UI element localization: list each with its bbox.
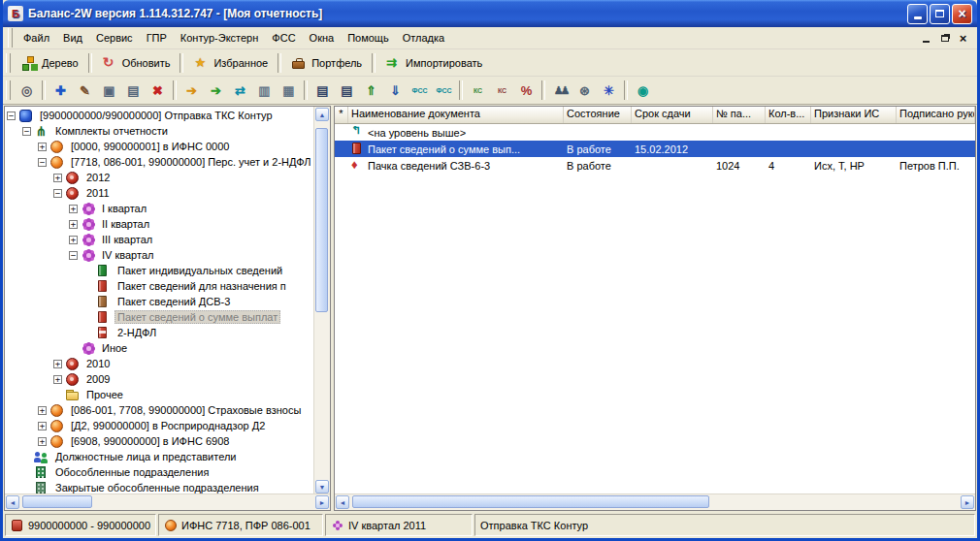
upload-icon[interactable]: ⇑ xyxy=(360,80,382,101)
ks-check-icon[interactable]: КС xyxy=(467,80,489,101)
tree-item[interactable]: +[6908, 990000000] в ИФНС 6908 xyxy=(5,433,314,449)
expand-icon[interactable]: + xyxy=(38,422,47,430)
tree-item[interactable]: +III квартал xyxy=(5,232,314,247)
print-pack-icon[interactable]: ▤ xyxy=(336,80,358,101)
tree-item[interactable]: 2-НДФЛ xyxy=(5,325,314,340)
titlebar[interactable]: Баланс-2W версия 1.114.312.747 - [Моя от… xyxy=(3,0,977,27)
scroll-down-button[interactable] xyxy=(315,480,329,493)
service-icon[interactable]: ✳ xyxy=(598,80,620,101)
tree-item[interactable]: Должностные лица и представители xyxy=(5,449,314,464)
tree-button[interactable]: Дерево xyxy=(15,53,85,73)
tree-item[interactable]: Пакет сведений ДСВ-3 xyxy=(5,294,314,309)
scroll-right-button[interactable] xyxy=(961,495,974,509)
fss-receive-icon[interactable]: ФСС xyxy=(433,80,455,101)
exchange-icon[interactable]: ⇄ xyxy=(229,80,251,101)
settings-icon[interactable]: ⊛ xyxy=(573,80,596,101)
about-icon[interactable]: ◉ xyxy=(632,80,654,101)
tree-item[interactable]: Обособленные подразделения xyxy=(5,464,314,480)
tree-item[interactable]: +I квартал xyxy=(5,201,314,216)
collapse-icon[interactable]: − xyxy=(38,158,47,167)
expand-icon[interactable]: + xyxy=(53,360,62,368)
tree-item[interactable]: Закрытые обособленные подразделения xyxy=(5,480,314,494)
column-header-4[interactable]: Срок сдачи xyxy=(632,107,713,123)
table-row[interactable]: Пачка сведений СЗВ-6-3В работе10244Исх, … xyxy=(335,157,975,174)
download-icon[interactable]: ⇓ xyxy=(384,80,407,101)
tree-item[interactable]: +2010 xyxy=(5,356,314,371)
column-header-2[interactable]: Наименование документа xyxy=(348,107,564,123)
tree-item[interactable]: Прочее xyxy=(5,387,314,402)
expand-icon[interactable]: + xyxy=(69,205,78,213)
menu-item-5[interactable]: Контур-Экстерн xyxy=(174,29,266,47)
receive-document-icon[interactable]: ➔ xyxy=(205,80,227,101)
menu-item-6[interactable]: ФСС xyxy=(265,29,302,47)
mdi-restore-button[interactable] xyxy=(936,31,953,46)
tree-item[interactable]: +[086-001, 7708, 990000000] Страховые вз… xyxy=(5,402,314,418)
expand-icon[interactable]: + xyxy=(69,220,78,229)
menu-item-7[interactable]: Окна xyxy=(303,29,342,47)
scroll-thumb[interactable] xyxy=(22,495,92,508)
employees-icon[interactable]: ♟♟ xyxy=(549,80,572,101)
import-button[interactable]: Импортировать xyxy=(378,53,489,73)
tree-vertical-scrollbar[interactable] xyxy=(313,107,330,494)
scroll-up-button[interactable] xyxy=(315,108,329,121)
mdi-close-button[interactable] xyxy=(955,31,971,46)
expand-icon[interactable]: + xyxy=(53,375,62,384)
collapse-icon[interactable]: − xyxy=(22,127,31,136)
tree-item[interactable]: +2012 xyxy=(5,170,314,185)
column-header-8[interactable]: Подписано руко xyxy=(897,107,975,123)
maximize-button[interactable] xyxy=(930,4,950,24)
tree-item[interactable]: −2011 xyxy=(5,185,314,201)
tax-icon[interactable]: % xyxy=(515,80,538,101)
tree-item[interactable]: Пакет сведений о сумме выплат xyxy=(5,309,314,325)
column-header-7[interactable]: Признаки ИС xyxy=(811,107,897,123)
ks-load-icon[interactable]: КС xyxy=(491,80,513,101)
menu-item-3[interactable]: Сервис xyxy=(89,29,140,47)
print-document-icon[interactable]: ▤ xyxy=(311,80,334,101)
scroll-right-button[interactable] xyxy=(315,495,329,509)
menu-item-9[interactable]: Отладка xyxy=(396,29,451,47)
table-horizontal-scrollbar[interactable] xyxy=(335,493,975,510)
favorites-button[interactable]: Избранное xyxy=(186,53,275,73)
scroll-thumb[interactable] xyxy=(352,495,709,508)
table-row[interactable]: <на уровень выше> xyxy=(335,124,975,141)
scroll-track[interactable] xyxy=(20,494,314,510)
tree-item[interactable]: +2009 xyxy=(5,371,314,387)
edit-document-icon[interactable]: ✎ xyxy=(74,80,96,101)
add-document-icon[interactable]: ✚ xyxy=(49,80,72,101)
column-header-6[interactable]: Кол-в... xyxy=(766,107,811,123)
expand-icon[interactable]: + xyxy=(69,236,78,244)
scroll-track[interactable] xyxy=(350,494,960,510)
collapse-icon[interactable]: − xyxy=(53,189,62,198)
scroll-track[interactable] xyxy=(314,122,330,479)
menu-item-2[interactable]: Вид xyxy=(56,29,89,47)
tree-horizontal-scrollbar[interactable] xyxy=(5,493,330,510)
tree-item[interactable]: −IV квартал xyxy=(5,247,314,263)
refresh-button[interactable]: Обновить xyxy=(95,53,178,73)
delete-document-icon[interactable]: ✖ xyxy=(147,80,169,101)
scroll-left-button[interactable] xyxy=(336,495,349,509)
tree-item[interactable]: −Комплекты отчетности xyxy=(5,123,314,139)
expand-icon[interactable]: + xyxy=(53,174,62,182)
table-row[interactable]: Пакет сведений о сумме вып...В работе15.… xyxy=(335,141,975,157)
minimize-button[interactable] xyxy=(907,4,928,24)
tree-item[interactable]: −[7718, 086-001, 990000000] Перс. учет и… xyxy=(5,154,314,170)
view-properties-icon[interactable]: ◎ xyxy=(16,80,38,101)
journal-icon[interactable]: ▤ xyxy=(122,80,145,101)
tree-item[interactable]: +[Д2, 990000000] в Росприроднадзор Д2 xyxy=(5,418,314,433)
tree-item[interactable]: Пакет сведений для назначения п xyxy=(5,278,314,294)
export-document-icon[interactable]: ➔ xyxy=(180,80,203,101)
copy-document-icon[interactable]: ▣ xyxy=(98,80,120,101)
menu-item-4[interactable]: ГПР xyxy=(140,29,174,47)
collapse-icon[interactable]: − xyxy=(7,111,16,120)
edit-pack-icon[interactable]: ▦ xyxy=(278,80,300,101)
collapse-icon[interactable]: − xyxy=(69,251,78,260)
tree-item[interactable]: Иное xyxy=(5,340,314,356)
expand-icon[interactable]: + xyxy=(38,143,47,151)
close-button[interactable] xyxy=(952,4,972,24)
copy-pack-icon[interactable]: ▥ xyxy=(253,80,276,101)
expand-icon[interactable]: + xyxy=(38,437,47,446)
column-header-3[interactable]: Состояние xyxy=(564,107,632,123)
mdi-minimize-button[interactable] xyxy=(918,31,934,46)
scroll-thumb[interactable] xyxy=(315,128,328,312)
menu-item-8[interactable]: Помощь xyxy=(341,29,396,47)
